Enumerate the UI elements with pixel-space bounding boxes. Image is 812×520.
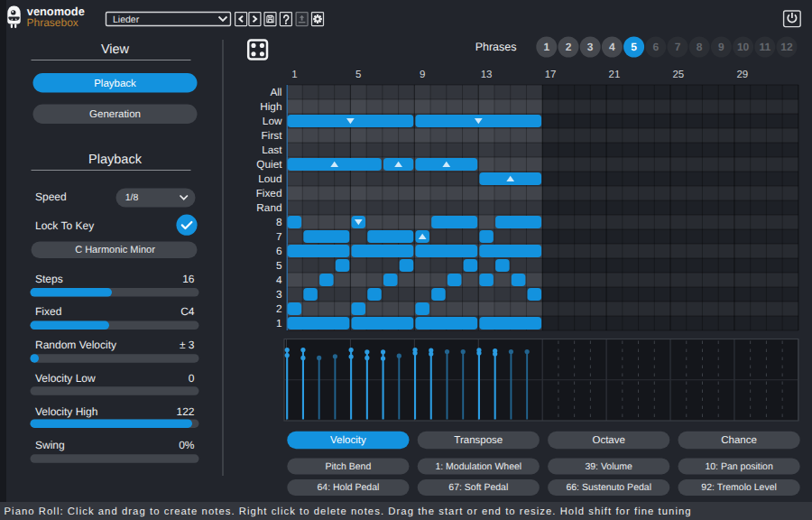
svg-text:Phrases: Phrases <box>475 41 517 53</box>
svg-text:12: 12 <box>780 41 793 53</box>
svg-text:10: 10 <box>737 41 750 53</box>
svg-text:2: 2 <box>276 302 282 315</box>
svg-text:64: Hold Pedal: 64: Hold Pedal <box>317 482 379 493</box>
svg-text:Velocity High: Velocity High <box>35 405 97 418</box>
svg-text:Fixed: Fixed <box>35 305 61 318</box>
svg-text:1/8: 1/8 <box>125 192 139 203</box>
svg-text:Generation: Generation <box>89 109 141 120</box>
svg-text:Transpose: Transpose <box>454 435 503 446</box>
svg-text:Fixed: Fixed <box>256 187 282 200</box>
svg-text:Last: Last <box>262 144 282 156</box>
svg-text:C4: C4 <box>180 305 195 318</box>
svg-text:3: 3 <box>587 41 594 53</box>
svg-text:10: Pan position: 10: Pan position <box>705 461 772 472</box>
svg-text:4: 4 <box>609 41 615 53</box>
svg-text:13: 13 <box>481 70 493 80</box>
svg-text:2: 2 <box>566 41 572 53</box>
svg-text:6: 6 <box>276 245 282 257</box>
svg-text:1: 1 <box>291 70 297 80</box>
svg-text:Octave: Octave <box>592 435 624 446</box>
svg-text:8: 8 <box>276 216 282 228</box>
svg-text:Steps: Steps <box>35 273 63 285</box>
svg-text:11: 11 <box>759 41 770 53</box>
svg-text:Swing: Swing <box>35 439 65 451</box>
svg-text:67: Soft Pedal: 67: Soft Pedal <box>448 482 508 493</box>
svg-text:92: Tremolo Level: 92: Tremolo Level <box>701 482 776 493</box>
svg-text:First: First <box>262 129 283 142</box>
svg-text:21: 21 <box>609 70 621 80</box>
svg-text:4: 4 <box>276 274 282 286</box>
svg-text:Lock To Key: Lock To Key <box>35 219 94 232</box>
svg-text:5: 5 <box>276 259 282 272</box>
svg-text:Velocity Low: Velocity Low <box>35 372 96 385</box>
svg-text:7: 7 <box>276 230 282 243</box>
svg-text:Lieder: Lieder <box>113 14 140 25</box>
svg-text:5: 5 <box>631 41 637 53</box>
svg-text:Playback: Playback <box>94 79 136 89</box>
svg-text:16: 16 <box>182 273 195 285</box>
svg-text:± 3: ± 3 <box>180 339 195 351</box>
svg-text:Pitch Bend: Pitch Bend <box>326 461 372 472</box>
svg-text:8: 8 <box>697 41 703 53</box>
svg-text:0%: 0% <box>179 439 195 451</box>
svg-text:Speed: Speed <box>35 190 67 203</box>
svg-text:C Harmonic Minor: C Harmonic Minor <box>75 245 155 255</box>
svg-text:Low: Low <box>263 115 282 127</box>
svg-text:Rand: Rand <box>256 201 281 214</box>
svg-text:Random Velocity: Random Velocity <box>35 339 116 351</box>
svg-text:29: 29 <box>736 70 748 80</box>
svg-text:1: 1 <box>276 317 282 330</box>
svg-text:All: All <box>270 86 281 98</box>
svg-text:25: 25 <box>672 70 684 80</box>
svg-text:1: 1 <box>543 41 549 53</box>
svg-text:1: Modulation Wheel: 1: Modulation Wheel <box>435 461 521 472</box>
svg-text:9: 9 <box>420 70 425 80</box>
svg-text:High: High <box>260 100 281 113</box>
svg-text:Loud: Loud <box>258 172 281 185</box>
svg-text:5: 5 <box>355 70 361 80</box>
svg-text:39: Volume: 39: Volume <box>585 461 632 472</box>
svg-text:6: 6 <box>652 41 659 53</box>
svg-text:9: 9 <box>718 41 724 53</box>
svg-text:122: 122 <box>176 405 194 418</box>
svg-text:Velocity: Velocity <box>330 435 366 446</box>
svg-text:66: Sustenuto Pedal: 66: Sustenuto Pedal <box>566 482 651 493</box>
svg-text:View: View <box>101 42 130 57</box>
svg-text:0: 0 <box>189 372 195 385</box>
svg-text:Playback: Playback <box>88 153 143 167</box>
svg-text:Chance: Chance <box>721 435 757 446</box>
svg-text:17: 17 <box>545 70 557 80</box>
svg-text:7: 7 <box>675 41 681 53</box>
svg-text:Phrasebox: Phrasebox <box>27 16 78 29</box>
svg-text:Quiet: Quiet <box>256 158 282 171</box>
svg-text:3: 3 <box>276 288 282 301</box>
svg-text:Piano Roll: Click and drag to: Piano Roll: Click and drag to create not… <box>5 506 692 517</box>
